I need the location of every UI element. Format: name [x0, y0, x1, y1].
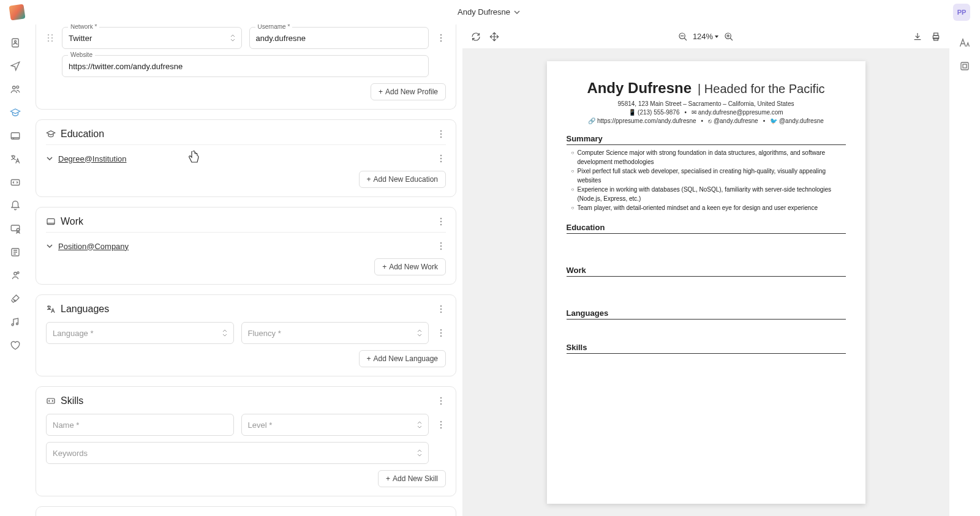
network-select[interactable]: Twitter [62, 27, 242, 49]
svg-point-43 [440, 400, 442, 402]
svg-point-37 [440, 312, 442, 313]
skill-level-select[interactable]: Level * [241, 414, 429, 436]
logo[interactable] [9, 4, 25, 20]
language-placeholder: Language * [53, 329, 94, 338]
add-work-button[interactable]: + Add New Work [374, 258, 446, 275]
svg-point-30 [440, 221, 442, 223]
zoom-level[interactable]: 124% [693, 32, 719, 41]
sidebar [0, 24, 31, 516]
refresh-icon[interactable] [471, 32, 481, 42]
svg-point-29 [440, 218, 442, 220]
education-more[interactable] [436, 129, 446, 139]
select-arrows-icon [417, 449, 422, 457]
select-arrows-icon [230, 34, 235, 42]
skill-row-more[interactable] [436, 420, 446, 430]
level-placeholder: Level * [248, 421, 273, 430]
svg-rect-55 [934, 33, 938, 36]
svg-rect-6 [11, 225, 20, 231]
svg-point-18 [51, 40, 53, 42]
skill-keywords-select[interactable]: Keywords [46, 442, 429, 464]
drag-handle[interactable] [46, 34, 55, 42]
sidebar-item-profile[interactable] [9, 37, 21, 49]
language-select[interactable]: Language * [46, 322, 234, 344]
education-card: Education Degree@Institution [36, 119, 456, 197]
download-icon[interactable] [913, 32, 922, 42]
preview-area[interactable]: Andy Dufresne | Headed for the Pacific 9… [462, 49, 949, 516]
skills-more[interactable] [436, 396, 446, 406]
svg-point-17 [48, 40, 49, 42]
sidebar-item-volunteer[interactable] [9, 339, 21, 351]
svg-point-22 [440, 130, 442, 132]
svg-rect-0 [12, 39, 19, 47]
sidebar-item-work[interactable] [9, 130, 21, 142]
svg-rect-57 [961, 62, 968, 70]
avatar[interactable]: PP [953, 4, 970, 21]
add-skill-button[interactable]: + Add New Skill [378, 470, 446, 487]
svg-point-31 [440, 224, 442, 226]
svg-point-44 [440, 403, 442, 405]
add-language-button[interactable]: + Add New Language [359, 350, 446, 367]
preview-toolbar: 124% [462, 24, 949, 49]
svg-point-14 [51, 34, 53, 36]
print-icon[interactable] [931, 32, 941, 42]
add-skill-label: Add New Skill [393, 474, 438, 483]
username-input[interactable] [249, 27, 429, 49]
add-work-label: Add New Work [389, 263, 438, 271]
right-rail [949, 24, 980, 516]
work-icon [46, 217, 56, 226]
svg-point-26 [440, 158, 442, 160]
svg-point-24 [440, 136, 442, 138]
svg-point-20 [440, 37, 442, 39]
resume-twitter: @andy.dufresne [779, 118, 824, 124]
svg-point-33 [440, 245, 442, 247]
user-dropdown[interactable]: Andy Dufresne [458, 7, 520, 17]
sidebar-item-references[interactable] [9, 269, 21, 282]
plus-icon: + [367, 175, 371, 184]
select-arrows-icon [222, 329, 227, 337]
font-icon[interactable] [959, 37, 971, 49]
sidebar-item-certificates[interactable] [9, 223, 21, 235]
keywords-placeholder: Keywords [53, 449, 88, 458]
drag-icon[interactable] [489, 32, 499, 42]
fluency-select[interactable]: Fluency * [241, 322, 429, 344]
add-profile-button[interactable]: + Add New Profile [371, 83, 446, 100]
sidebar-item-location[interactable] [9, 60, 21, 72]
work-item-toggle[interactable]: Position@Company [46, 239, 446, 253]
select-arrows-icon [417, 329, 422, 337]
profile-row-more[interactable] [436, 33, 446, 43]
work-more[interactable] [436, 217, 446, 226]
work-item-title: Position@Company [58, 242, 129, 251]
zoom-out-icon[interactable] [678, 32, 688, 42]
sidebar-item-people[interactable] [9, 83, 21, 95]
svg-rect-56 [934, 38, 938, 40]
awards-card: Awards [36, 506, 456, 516]
education-item-more[interactable] [436, 154, 446, 163]
resume-github: @andy.dufresne [714, 118, 758, 124]
sidebar-item-skills[interactable] [9, 176, 21, 189]
languages-more[interactable] [436, 304, 446, 314]
sidebar-item-publications[interactable] [9, 246, 21, 258]
languages-card: Languages Language * [36, 294, 456, 376]
network-label: Network [68, 24, 99, 30]
work-title: Work [61, 216, 83, 227]
svg-point-42 [440, 397, 442, 399]
add-education-button[interactable]: + Add New Education [359, 171, 446, 188]
language-row-more[interactable] [436, 328, 446, 338]
user-name: Andy Dufresne [458, 7, 510, 17]
education-item-toggle[interactable]: Degree@Institution [46, 151, 446, 166]
svg-point-32 [440, 242, 442, 244]
sidebar-item-education[interactable] [9, 107, 21, 119]
sidebar-item-interests[interactable] [9, 293, 21, 305]
sidebar-item-notifications[interactable] [9, 200, 21, 212]
svg-point-15 [48, 37, 49, 39]
sidebar-item-languages[interactable] [9, 153, 21, 165]
resume-education-title: Education [567, 223, 846, 234]
skill-name-input[interactable] [46, 414, 234, 436]
work-item-more[interactable] [436, 241, 446, 251]
chevron-down-icon [46, 155, 53, 162]
sidebar-item-music[interactable] [9, 316, 21, 328]
layout-icon[interactable] [959, 60, 971, 72]
website-input[interactable] [62, 55, 429, 77]
zoom-in-icon[interactable] [724, 32, 734, 42]
username-label: Username [255, 24, 293, 30]
